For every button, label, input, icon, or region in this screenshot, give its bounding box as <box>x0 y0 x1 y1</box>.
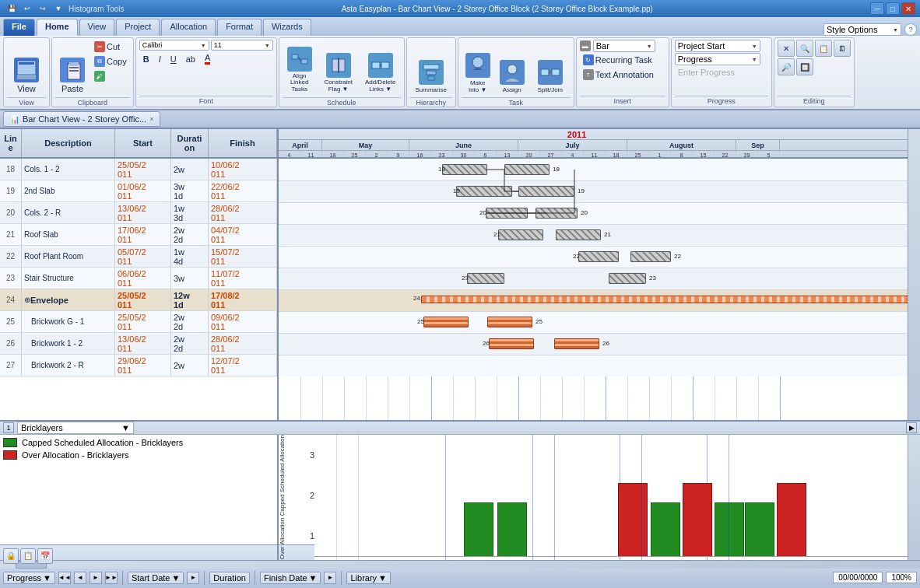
status-sep-1 <box>122 571 123 585</box>
title-bar: 💾 ↩ ↪ ▼ Histogram Tools Asta Easyplan - … <box>0 0 920 17</box>
italic-button[interactable]: I <box>155 54 165 65</box>
add-delete-links-button[interactable]: Add/DeleteLinks ▼ <box>360 40 401 96</box>
qat-save[interactable]: 💾 <box>5 2 19 15</box>
gantt-months-row: April May June July August Sep <box>279 140 920 150</box>
nav-next[interactable]: ► <box>90 572 102 584</box>
doc-tab-close[interactable]: × <box>149 115 153 123</box>
assign-button[interactable]: Assign <box>496 40 528 96</box>
allocation-resource-dropdown[interactable]: Bricklayers ▼ <box>17 422 134 434</box>
ribbon-group-insert: ▬ Bar ▼ ↻ Recurring Task T Text Annotati… <box>576 37 669 107</box>
gantt-month-june: June <box>409 140 518 150</box>
gantt-scrollbar-vertical[interactable] <box>908 129 920 420</box>
alloc-scrollbar-vertical[interactable] <box>908 435 920 560</box>
start-date-nav[interactable]: ► <box>187 572 199 584</box>
tab-wizards[interactable]: Wizards <box>263 19 311 36</box>
tab-home[interactable]: Home <box>37 19 78 36</box>
editing-btn6[interactable]: 🔲 <box>796 58 813 75</box>
group-label-task: Task <box>462 97 571 107</box>
gantt-chart: 2011 April May June July August Sep 4 11… <box>279 129 920 420</box>
bold-button[interactable]: B <box>139 54 153 65</box>
style-options-dropdown[interactable]: Style Options ▼ <box>823 23 901 36</box>
allocation-expand-right[interactable]: ▶ <box>906 422 917 433</box>
nav-first[interactable]: ◄◄ <box>58 572 71 584</box>
editing-btn5[interactable]: 🔎 <box>778 58 795 75</box>
group-label-view: View <box>7 97 46 107</box>
alloc-bar <box>464 502 493 557</box>
ribbon-group-hierarchy: Summarise Hierarchy <box>406 37 456 107</box>
tab-view[interactable]: View <box>79 19 115 36</box>
progress-dropdown-arrow[interactable]: ▼ <box>43 573 51 583</box>
view-icon <box>14 58 39 82</box>
svg-line-9 <box>298 57 301 61</box>
strikethrough-button[interactable]: ab <box>182 54 199 65</box>
tab-format[interactable]: Format <box>217 19 262 36</box>
allocation-expand-btn[interactable]: 1 <box>3 422 14 433</box>
font-size-dropdown[interactable]: 11 ▼ <box>211 40 273 51</box>
constraint-flag-button[interactable]: ConstraintFlag ▼ <box>318 40 359 96</box>
title-bar-left: 💾 ↩ ↪ ▼ Histogram Tools <box>5 2 125 15</box>
nav-prev[interactable]: ◄ <box>74 572 86 584</box>
align-linked-tasks-button[interactable]: AlignLinkedTasks <box>283 40 317 96</box>
paste-button[interactable]: Paste <box>55 40 90 96</box>
gantt-bar-envelope <box>421 296 915 303</box>
recurring-task-button[interactable]: ↻ Recurring Task <box>580 53 655 67</box>
doc-tab-bar-chart[interactable]: 📊 Bar Chart View - 2 Storey Offic... × <box>3 111 160 127</box>
toolbar-icon-2[interactable]: 📋 <box>20 548 36 564</box>
svg-rect-5 <box>69 67 79 68</box>
ribbon-group-clipboard: Paste ✂ Cut ⧉ Copy 🖌 Clipboard <box>51 37 134 107</box>
tab-allocation[interactable]: Allocation <box>161 19 216 36</box>
font-name-dropdown[interactable]: Calibri ▼ <box>139 40 209 51</box>
maximize-button[interactable]: □ <box>886 2 900 15</box>
doc-tabs: 📊 Bar Chart View - 2 Storey Offic... × <box>0 110 920 129</box>
svg-rect-7 <box>292 54 298 59</box>
toolbar-icon-1[interactable]: 🔒 <box>3 548 19 564</box>
minimize-button[interactable]: ─ <box>870 2 884 15</box>
enter-progress-button[interactable]: Enter Progress <box>675 66 738 79</box>
duration-status[interactable]: Duration <box>209 572 250 584</box>
underline-button[interactable]: U <box>167 54 181 65</box>
ribbon-group-font: Calibri ▼ 11 ▼ B I U ab A Font <box>135 37 277 107</box>
qat-redo[interactable]: ↪ <box>36 2 50 15</box>
close-button[interactable]: ✕ <box>901 2 915 15</box>
qat-more[interactable]: ▼ <box>51 2 65 15</box>
qat-undo[interactable]: ↩ <box>20 2 34 15</box>
constraint-flag-label: ConstraintFlag ▼ <box>324 79 352 93</box>
project-start-dropdown[interactable]: Project Start ▼ <box>675 40 760 52</box>
alloc-vertical-label-container: Over Allocation Capped Scheduled Allocat… <box>279 435 302 560</box>
progress-dropdown[interactable]: Progress ▼ <box>675 53 760 65</box>
alloc-bar <box>497 502 527 557</box>
editing-btn4[interactable]: 🗓 <box>834 40 851 57</box>
tab-project[interactable]: Project <box>116 19 160 36</box>
editing-btn3[interactable]: 📋 <box>815 40 832 57</box>
nav-last[interactable]: ►► <box>105 572 118 584</box>
assign-label: Assign <box>503 86 521 93</box>
gantt-bar-label-19b: 19 <box>578 187 585 194</box>
table-row: 21 Roof Slab 17/06/2011 2w2d 04/07/2011 <box>0 224 277 246</box>
summarise-button[interactable]: Summarise <box>410 40 452 96</box>
bar-dropdown[interactable]: Bar ▼ <box>593 40 655 52</box>
font-color-button[interactable]: A <box>201 52 214 65</box>
progress-status[interactable]: Progress ▼ <box>3 572 55 584</box>
view-button[interactable]: View <box>7 40 46 96</box>
finish-date-nav[interactable]: ► <box>324 572 336 584</box>
make-into-button[interactable]: MakeInto ▼ <box>462 40 494 96</box>
start-date-status[interactable]: Start Date ▼ <box>128 572 184 584</box>
copy-button[interactable]: ⧉ Copy <box>91 54 130 68</box>
ribbon-group-task: MakeInto ▼ Assign Split/Join Task <box>458 37 574 107</box>
format-painter-button[interactable]: 🖌 <box>91 69 130 83</box>
gantt-scrollbar-horizontal[interactable] <box>0 560 920 569</box>
editing-btn2[interactable]: 🔍 <box>796 40 813 57</box>
editing-btn1[interactable]: ✕ <box>778 40 795 57</box>
style-options-help[interactable]: ? <box>904 23 917 36</box>
finish-date-status[interactable]: Finish Date ▼ <box>260 572 321 584</box>
tab-file[interactable]: File <box>3 19 35 36</box>
gantt-bar-label-26b: 26 <box>602 340 609 347</box>
add-delete-links-icon <box>368 53 393 78</box>
cut-button[interactable]: ✂ Cut <box>91 40 130 54</box>
toolbar-icon-3[interactable]: 📅 <box>37 548 53 564</box>
gantt-row-bg <box>279 268 920 289</box>
text-annotation-button[interactable]: T Text Annotation <box>580 68 657 82</box>
library-status[interactable]: Library ▼ <box>346 572 391 584</box>
svg-rect-15 <box>423 65 439 69</box>
split-join-button[interactable]: Split/Join <box>530 40 571 96</box>
